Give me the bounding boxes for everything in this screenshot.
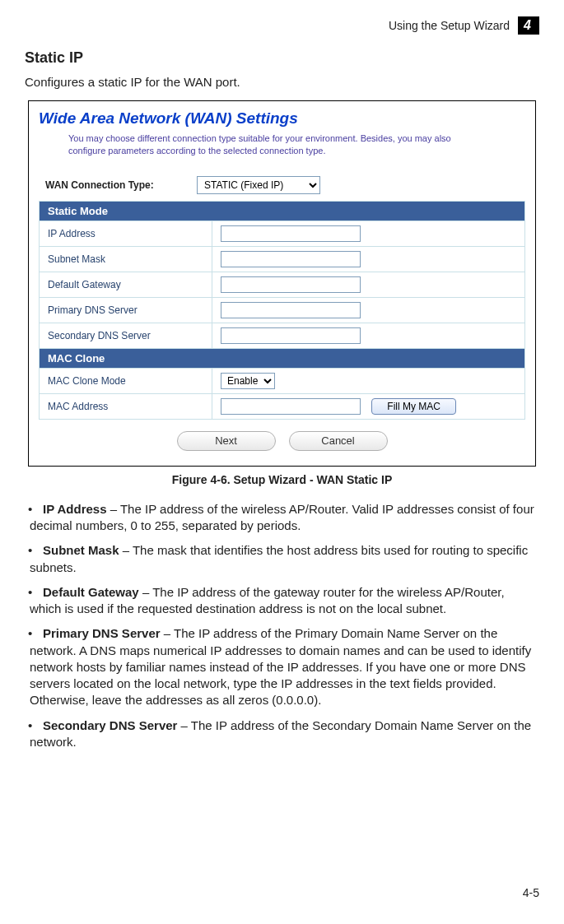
cancel-button[interactable]: Cancel [289, 431, 388, 451]
table-row: MAC Clone Mode Enable [40, 368, 525, 393]
chapter-badge: 4 [518, 16, 539, 35]
mac-address-label: MAC Address [40, 393, 212, 419]
list-item: Secondary DNS Server – The IP address of… [30, 717, 539, 751]
primary-dns-input[interactable] [221, 302, 361, 318]
page-number: 4-5 [523, 886, 539, 899]
mac-address-input[interactable] [221, 398, 361, 415]
term-primary-dns: Primary DNS Server [43, 626, 161, 640]
list-item: IP Address – The IP address of the wirel… [30, 501, 539, 535]
fill-my-mac-button[interactable]: Fill My MAC [371, 398, 456, 415]
default-gateway-label: Default Gateway [40, 272, 212, 297]
breadcrumb: Using the Setup Wizard [389, 19, 510, 32]
mac-clone-mode-select[interactable]: Enable [221, 373, 275, 389]
default-gateway-input[interactable] [221, 276, 361, 293]
subnet-mask-input[interactable] [221, 251, 361, 267]
wan-connection-row: WAN Connection Type: STATIC (Fixed IP) [45, 176, 525, 194]
term-secondary-dns: Secondary DNS Server [43, 718, 177, 732]
mac-clone-header: MAC Clone [40, 348, 525, 368]
wan-connection-label: WAN Connection Type: [45, 179, 185, 191]
wizard-button-row: Next Cancel [39, 431, 525, 451]
secondary-dns-label: Secondary DNS Server [40, 323, 212, 348]
primary-dns-label: Primary DNS Server [40, 297, 212, 323]
list-item: Default Gateway – The IP address of the … [30, 584, 539, 618]
term-subnet-mask: Subnet Mask [43, 543, 119, 557]
ip-address-label: IP Address [40, 221, 212, 246]
next-button[interactable]: Next [177, 431, 276, 451]
description-list: IP Address – The IP address of the wirel… [30, 501, 539, 750]
mac-clone-mode-label: MAC Clone Mode [40, 368, 212, 393]
section-title: Static IP [25, 49, 539, 67]
table-row: IP Address [40, 221, 525, 246]
ip-address-input[interactable] [221, 225, 361, 242]
wan-connection-type-select[interactable]: STATIC (Fixed IP) [197, 176, 320, 194]
section-lead: Configures a static IP for the WAN port. [25, 75, 539, 89]
list-item: Primary DNS Server – The IP address of t… [30, 625, 539, 708]
figure-caption: Figure 4-6. Setup Wizard - WAN Static IP [25, 473, 539, 486]
table-row: Secondary DNS Server [40, 323, 525, 348]
table-row: Primary DNS Server [40, 297, 525, 323]
static-mode-header: Static Mode [40, 201, 525, 221]
table-row: Subnet Mask [40, 246, 525, 272]
secondary-dns-input[interactable] [221, 327, 361, 344]
wan-settings-desc: You may choose different connection type… [68, 132, 480, 158]
term-ip-address: IP Address [43, 502, 107, 516]
table-row: MAC Address Fill My MAC [40, 393, 525, 419]
list-item: Subnet Mask – The mask that identifies t… [30, 542, 539, 576]
term-default-gateway: Default Gateway [43, 585, 139, 599]
static-mode-table: Static Mode IP Address Subnet Mask Defau… [39, 201, 525, 420]
page-header: Using the Setup Wizard 4 [25, 16, 539, 35]
screenshot-frame: Wide Area Network (WAN) Settings You may… [28, 100, 536, 467]
table-row: Default Gateway [40, 272, 525, 297]
subnet-mask-label: Subnet Mask [40, 246, 212, 272]
wan-settings-title: Wide Area Network (WAN) Settings [39, 109, 525, 128]
